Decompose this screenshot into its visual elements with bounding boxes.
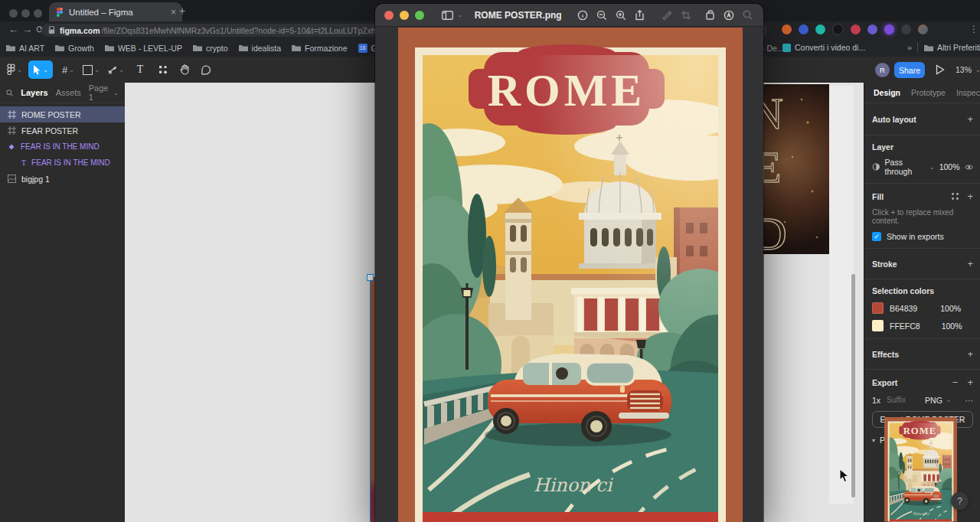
preview-titlebar[interactable]: ⌄ ROME POSTER.png xyxy=(375,4,763,27)
zoom-out-icon[interactable] xyxy=(595,8,608,21)
other-bookmarks-folder[interactable]: Altri Preferiti xyxy=(924,43,980,52)
extension-icon[interactable] xyxy=(884,24,894,34)
layer-row-fear-poster[interactable]: FEAR POSTER xyxy=(0,122,125,139)
selection-handle[interactable] xyxy=(367,274,374,281)
chevron-down-icon[interactable]: ⌄ xyxy=(457,11,462,18)
color-swatch[interactable] xyxy=(872,302,884,314)
extension-icon[interactable] xyxy=(851,24,861,34)
export-options-icon[interactable]: ⋯ xyxy=(965,396,974,405)
rotate-icon[interactable] xyxy=(703,8,716,21)
close-window-icon[interactable] xyxy=(9,9,18,18)
pen-tool-button[interactable]: ⌄ xyxy=(106,60,126,79)
minimize-window-icon[interactable] xyxy=(400,11,409,20)
new-tab-button[interactable]: + xyxy=(179,5,185,17)
tab-assets[interactable]: Assets xyxy=(56,88,81,97)
bookmark-folder[interactable]: crypto xyxy=(193,44,228,53)
preview-window[interactable]: ⌄ ROME POSTER.png xyxy=(375,4,763,522)
layer-opacity-field[interactable]: 100% xyxy=(939,162,960,171)
styles-icon[interactable] xyxy=(951,192,959,201)
panel-tabs: Layers Assets Page 1⌄ xyxy=(0,83,125,103)
search-icon[interactable] xyxy=(6,89,13,97)
browser-tab[interactable]: Untitled – Figma × xyxy=(49,2,182,21)
user-avatar[interactable]: R xyxy=(875,63,890,77)
extension-icon[interactable] xyxy=(832,24,844,35)
frame-tool-button[interactable]: #⌄ xyxy=(58,60,78,79)
help-button[interactable]: ? xyxy=(951,492,969,510)
info-icon[interactable] xyxy=(576,8,589,21)
export-scale[interactable]: 1x xyxy=(872,396,880,405)
add-stroke-icon[interactable]: + xyxy=(967,258,973,269)
resources-tool-button[interactable] xyxy=(153,60,173,79)
folder-icon xyxy=(193,44,202,51)
export-suffix-input[interactable] xyxy=(885,395,920,405)
eye-icon[interactable] xyxy=(965,164,973,171)
canvas-scrollbar[interactable] xyxy=(851,274,855,498)
bookmark-folder[interactable]: Formazione xyxy=(292,44,347,53)
shape-tool-button[interactable]: ⌄ xyxy=(81,60,101,79)
layer-row-rome-poster[interactable]: ROME POSTER xyxy=(0,106,125,122)
zoom-level-dropdown[interactable]: 13%⌄ xyxy=(956,65,980,74)
blend-mode-dropdown[interactable]: Pass through⌄ xyxy=(885,158,935,176)
rectangle-icon xyxy=(83,65,93,75)
bookmark-folder[interactable]: Growth xyxy=(55,44,94,53)
notion-extension-icon[interactable] xyxy=(815,24,825,34)
zoom-in-icon[interactable] xyxy=(614,8,627,21)
back-icon[interactable]: ← xyxy=(8,24,18,35)
preview-window-title: ROME POSTER.png xyxy=(475,10,562,21)
extension-icon[interactable] xyxy=(867,24,877,34)
browser-menu-kebab-icon[interactable]: ⋮ xyxy=(969,24,978,34)
sidebar-toggle-icon[interactable] xyxy=(441,8,454,21)
screen: Untitled – Figma × + ← → ⟳ figma.com/fil… xyxy=(0,0,980,522)
layer-row-component[interactable]: FEAR IS IN THE MIND xyxy=(0,139,125,155)
extension-icon[interactable] xyxy=(799,24,808,34)
converter-site-icon xyxy=(782,44,791,52)
close-tab-icon[interactable]: × xyxy=(171,7,176,18)
fear-poster-on-canvas[interactable]: N E D xyxy=(762,84,829,254)
selection-color-row[interactable]: FFEFC8 100% xyxy=(872,320,973,331)
extension-icon[interactable] xyxy=(782,24,792,34)
extensions-cluster[interactable] xyxy=(775,24,928,35)
color-hex: FFEFC8 xyxy=(890,321,920,331)
layer-row-image[interactable]: bigjpg 1 xyxy=(0,171,125,187)
zoom-window-icon[interactable] xyxy=(34,9,42,18)
color-swatch[interactable] xyxy=(872,320,884,331)
tab-prototype[interactable]: Prototype xyxy=(911,88,946,97)
layer-row-text[interactable]: T FEAR IS IN THE MIND xyxy=(0,155,125,171)
bookmark-item[interactable]: Converti i video di... xyxy=(782,43,865,52)
disclosure-triangle-icon: ▾ xyxy=(872,437,875,444)
text-tool-button[interactable]: T xyxy=(130,60,150,79)
add-effect-icon[interactable]: + xyxy=(967,348,973,360)
add-export-icon[interactable]: + xyxy=(967,377,973,388)
figma-main-menu[interactable]: ⌄ xyxy=(5,60,24,79)
forward-icon[interactable]: → xyxy=(22,24,32,35)
share-icon[interactable] xyxy=(633,8,646,21)
show-in-exports-row[interactable]: ✓ Show in exports xyxy=(872,232,973,241)
add-auto-layout-icon[interactable]: + xyxy=(967,113,973,125)
selection-color-row[interactable]: B64839 100% xyxy=(872,302,973,314)
zoom-window-icon[interactable] xyxy=(415,11,424,20)
move-tool-button[interactable]: ⌄ xyxy=(28,60,53,79)
comment-tool-button[interactable] xyxy=(196,60,216,79)
annotate-icon[interactable] xyxy=(722,8,735,21)
page-selector[interactable]: Page 1⌄ xyxy=(89,83,119,102)
share-button[interactable]: Share xyxy=(894,62,925,78)
hand-tool-button[interactable] xyxy=(175,60,194,79)
tab-layers[interactable]: Layers xyxy=(21,88,47,97)
profile-avatar[interactable] xyxy=(918,24,928,34)
bookmarks-overflow-icon[interactable]: » xyxy=(907,43,912,52)
tab-inspect[interactable]: Inspect xyxy=(956,88,980,97)
checkbox-checked[interactable]: ✓ xyxy=(872,232,881,241)
tab-design[interactable]: Design xyxy=(874,88,900,97)
bookmark-folder[interactable]: AI ART xyxy=(6,44,44,53)
add-fill-icon[interactable]: + xyxy=(967,191,973,202)
minimize-window-icon[interactable] xyxy=(21,9,30,18)
bookmark-folder[interactable]: WEB - LEVEL-UP xyxy=(105,44,182,53)
remove-export-icon[interactable]: − xyxy=(952,377,959,388)
window-controls-inactive[interactable] xyxy=(9,7,46,21)
extensions-puzzle-icon[interactable] xyxy=(901,24,911,34)
close-window-icon[interactable] xyxy=(384,11,394,20)
export-format-dropdown[interactable]: PNG⌄ xyxy=(925,396,951,405)
bookmark-partial[interactable]: - De... xyxy=(762,44,784,53)
present-play-icon[interactable] xyxy=(936,64,945,75)
bookmark-folder[interactable]: idealista xyxy=(239,44,282,53)
